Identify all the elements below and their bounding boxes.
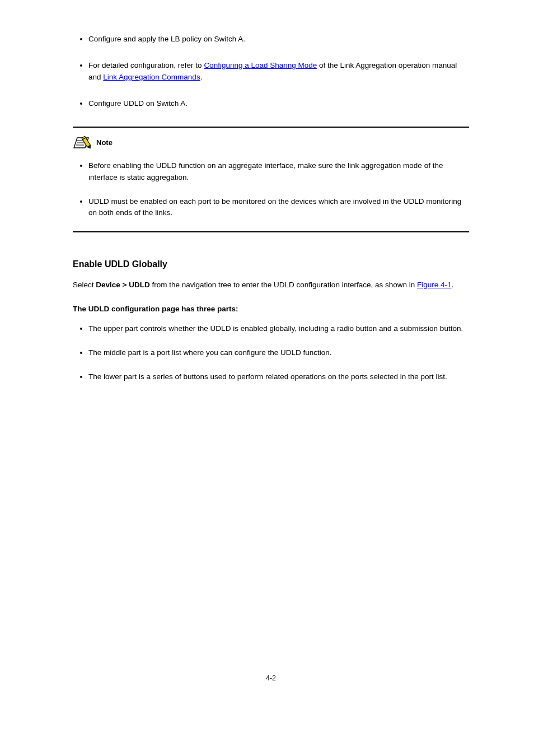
page-container: Configure and apply the LB policy on Swi… <box>0 0 534 704</box>
note-header: Note <box>73 136 469 150</box>
list-item-text: Configure and apply the LB policy on Swi… <box>88 35 245 43</box>
list-item-text: . <box>200 73 203 81</box>
list-item-text: For detailed configuration, refer to <box>88 61 204 69</box>
para-text: Select <box>73 281 96 289</box>
divider-top <box>73 127 469 128</box>
list-item-text: Before enabling the UDLD function on an … <box>88 161 443 181</box>
list-item: The upper part controls whether the UDLD… <box>88 323 469 335</box>
link-aggregation-commands[interactable]: Link Aggregation Commands <box>103 73 200 81</box>
list-item: Configure and apply the LB policy on Swi… <box>88 34 469 45</box>
section-heading: Enable UDLD Globally <box>73 259 469 269</box>
list-item-text: The upper part controls whether the UDLD… <box>88 324 463 333</box>
divider-bottom <box>73 231 469 232</box>
sub-heading: The UDLD configuration page has three pa… <box>73 305 469 313</box>
note-icon <box>73 136 93 150</box>
note-label: Note <box>96 138 113 147</box>
list-item: Configure UDLD on Switch A. <box>88 98 469 110</box>
list-item: UDLD must be enabled on each port to be … <box>88 196 469 220</box>
sub-bullet-list: The upper part controls whether the UDLD… <box>73 323 469 383</box>
list-item: For detailed configuration, refer to Con… <box>88 60 469 83</box>
list-item-text: UDLD must be enabled on each port to be … <box>88 197 461 217</box>
list-item: The lower part is a series of buttons us… <box>88 371 469 383</box>
para-bold: Device > UDLD <box>96 281 149 289</box>
list-item-text: The middle part is a port list where you… <box>88 348 331 357</box>
note-bullet-list: Before enabling the UDLD function on an … <box>73 160 469 220</box>
list-item: The middle part is a port list where you… <box>88 347 469 359</box>
list-item: Before enabling the UDLD function on an … <box>88 160 469 184</box>
note-block: Note Before enabling the UDLD function o… <box>73 127 469 233</box>
list-item-text: Configure UDLD on Switch A. <box>88 99 188 108</box>
para-text: from the navigation tree to enter the UD… <box>150 281 417 289</box>
top-bullet-list: Configure and apply the LB policy on Swi… <box>73 34 469 110</box>
section-paragraph: Select Device > UDLD from the navigation… <box>73 279 469 291</box>
link-configuring-load-sharing[interactable]: Configuring a Load Sharing Mode <box>204 61 317 69</box>
link-figure-4-1[interactable]: Figure 4-1 <box>417 281 452 289</box>
page-number: 4-2 <box>73 674 469 682</box>
para-text: . <box>452 281 454 289</box>
list-item-text: The lower part is a series of buttons us… <box>88 372 447 381</box>
